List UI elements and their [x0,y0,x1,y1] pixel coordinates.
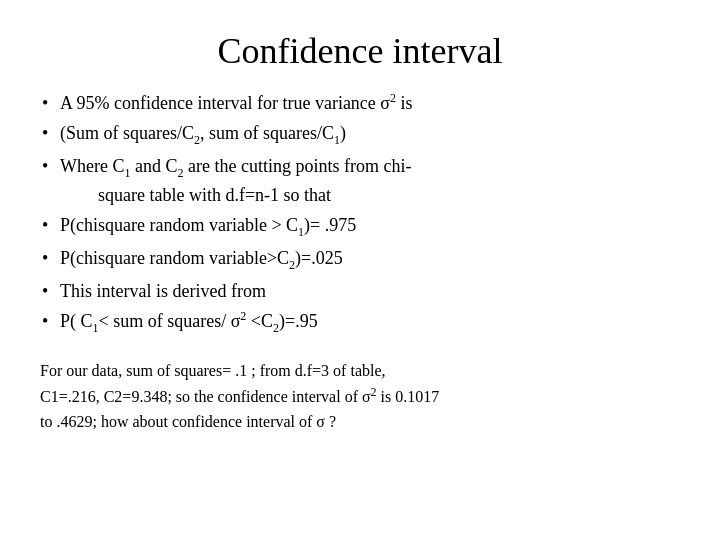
bullet-item-4: P(chisquare random variable > C1)= .975 [40,212,680,241]
bullet-item-3: Where C1 and C2 are the cutting points f… [40,153,680,208]
slide: Confidence interval A 95% confidence int… [0,0,720,540]
bullet-item-2: (Sum of squares/C2, sum of squares/C1) [40,120,680,149]
bullet-item-5: P(chisquare random variable>C2)=.025 [40,245,680,274]
bullet-item-1: A 95% confidence interval for true varia… [40,90,680,116]
bullet-list: A 95% confidence interval for true varia… [40,90,680,341]
bullet-item-7: P( C1< sum of squares/ σ2 <C2)=.95 [40,308,680,337]
slide-title: Confidence interval [40,30,680,72]
bullet-item-6: This interval is derived from [40,278,680,304]
footer-text: For our data, sum of squares= .1 ; from … [40,359,680,433]
